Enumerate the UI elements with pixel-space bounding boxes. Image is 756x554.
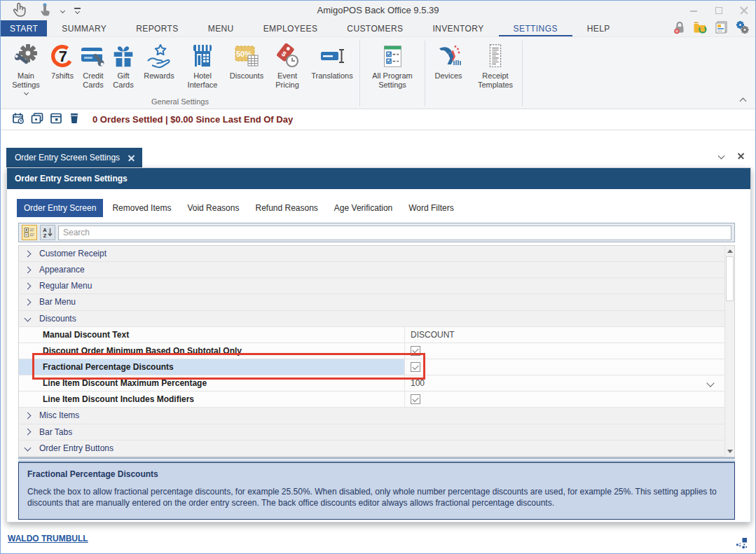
scroll-up-icon[interactable]	[727, 249, 733, 253]
tab-close-icon[interactable]	[128, 155, 135, 161]
menu-bar: START SUMMARY REPORTS MENU EMPLOYEES CUS…	[1, 20, 755, 37]
grid-row-line-item-discount-modifiers[interactable]: Line Item Discount Includes Modifiers	[19, 392, 724, 408]
gift-icon	[110, 41, 137, 71]
ribbon-devices[interactable]: Devices	[427, 41, 470, 81]
menu-right-icons	[673, 20, 755, 36]
grid-category-bar-tabs[interactable]: Bar Tabs	[19, 424, 724, 441]
beverage-icon[interactable]	[69, 112, 80, 127]
line-item-max-percentage-value[interactable]: 100	[405, 375, 724, 391]
title-bar: AmigoPOS Back Office 9.5.39	[1, 1, 755, 20]
receipt-icon	[482, 41, 509, 71]
ribbon-credit-cards[interactable]: Credit Cards	[78, 41, 109, 90]
grid-category-order-entry-buttons[interactable]: Order Entry Buttons	[19, 441, 724, 457]
tab-void-reasons[interactable]: Void Reasons	[180, 199, 246, 217]
ribbon-discounts[interactable]: 50% Discounts	[225, 41, 268, 81]
document-tab-strip: Order Entry Screen Settings	[1, 148, 755, 167]
tabstrip-controls	[719, 153, 744, 159]
database-backup-icon[interactable]	[693, 20, 708, 37]
ribbon-hotel-interface[interactable]: Hotel Interface	[180, 41, 225, 90]
ribbon-group-label: General Settings	[1, 97, 359, 106]
grid-category-appearance[interactable]: Appearance	[19, 262, 724, 278]
price-tag-clock-icon: $	[273, 41, 301, 71]
tab-list-chevron-icon[interactable]	[718, 153, 725, 160]
text-field-icon	[318, 41, 346, 71]
scroll-down-icon[interactable]	[727, 450, 733, 453]
menu-employees[interactable]: EMPLOYEES	[249, 20, 333, 36]
ribbon-rewards[interactable]: Rewards	[138, 41, 180, 81]
checkbox-checked[interactable]	[411, 394, 420, 404]
sort-alphabetical-button[interactable]: AZ	[40, 225, 55, 240]
categorized-view-button[interactable]	[22, 225, 37, 240]
tab-age-verification[interactable]: Age Verification	[327, 199, 399, 217]
menu-start[interactable]: START	[1, 20, 47, 36]
chevron-right-icon	[25, 429, 32, 436]
ribbon-gift-cards[interactable]: Gift Cards	[109, 41, 138, 90]
app-window: AmigoPOS Back Office 9.5.39 START SUMMAR…	[0, 0, 756, 554]
ribbon-all-program-settings[interactable]: All Program Settings	[362, 41, 423, 90]
grid-category-regular-menu[interactable]: Regular Menu	[19, 278, 724, 294]
calendar-day-icon[interactable]	[50, 112, 62, 127]
minimize-button[interactable]	[689, 6, 698, 15]
close-button[interactable]	[740, 6, 748, 15]
pixel-grid-icon[interactable]	[736, 538, 747, 551]
grid-row-manual-discount-text[interactable]: Manual Discount Text DISCOUNT	[19, 327, 724, 343]
menu-reports[interactable]: REPORTS	[121, 20, 193, 36]
menu-menu[interactable]: MENU	[193, 20, 249, 36]
vertical-scrollbar[interactable]	[724, 246, 734, 457]
dropdown-chevron-icon[interactable]	[706, 380, 714, 387]
chevron-down-icon[interactable]	[60, 8, 65, 13]
ribbon-translations[interactable]: Translations	[306, 41, 358, 81]
checkbox-checked[interactable]	[411, 362, 420, 372]
chevron-right-icon	[25, 282, 32, 289]
checkbox-checked[interactable]	[411, 346, 420, 356]
property-grid: Customer Receipt Appearance Regular Menu…	[18, 245, 735, 457]
ribbon-7shifts[interactable]: 7 7shifts	[47, 41, 78, 81]
ribbon-main-settings[interactable]: Main Settings	[5, 41, 47, 95]
close-document-icon[interactable]	[738, 153, 744, 159]
logged-in-user-link[interactable]: WALDO TRUMBULL	[8, 534, 88, 543]
search-input[interactable]	[58, 226, 731, 240]
lock-icon[interactable]	[673, 20, 687, 37]
tab-order-entry-screen[interactable]: Order Entry Screen	[17, 199, 103, 217]
grid-category-discounts[interactable]: Discounts	[19, 311, 724, 327]
document-tab-order-entry-screen-settings[interactable]: Order Entry Screen Settings	[6, 148, 142, 167]
grid-description-splitter[interactable]	[18, 457, 735, 462]
maximize-button[interactable]	[715, 6, 723, 15]
grid-category-customer-receipt[interactable]: Customer Receipt	[19, 246, 724, 262]
report-viewer-icon[interactable]	[714, 20, 729, 37]
tab-word-filters[interactable]: Word Filters	[401, 199, 460, 217]
ribbon-separator	[425, 41, 425, 106]
checklist-icon	[379, 41, 406, 71]
calendar-clock-icon[interactable]	[12, 112, 25, 127]
orders-settled-status: 0 Orders Settled | $0.00 Since Last End …	[92, 114, 293, 125]
ribbon-event-pricing[interactable]: $ Event Pricing	[268, 41, 306, 90]
services-gears-icon[interactable]	[735, 20, 750, 37]
menu-inventory[interactable]: INVENTORY	[418, 20, 498, 36]
grid-row-discount-order-minimum[interactable]: Discount Order Minimum Based On Subtotal…	[19, 343, 724, 359]
menu-summary[interactable]: SUMMARY	[47, 20, 121, 36]
chevron-right-icon	[25, 266, 32, 273]
grid-category-misc-items[interactable]: Misc Items	[19, 408, 724, 424]
menu-customers[interactable]: CUSTOMERS	[332, 20, 418, 36]
grid-category-bar-menu[interactable]: Bar Menu	[19, 294, 724, 310]
barcode-scanner-icon	[434, 41, 462, 71]
tab-refund-reasons[interactable]: Refund Reasons	[248, 199, 324, 217]
dropdown-chevron-icon	[23, 90, 28, 95]
ribbon: Main Settings 7 7shifts Credit Cards Gif…	[1, 37, 755, 109]
tab-removed-items[interactable]: Removed Items	[105, 199, 178, 217]
calendar-copy-icon[interactable]	[31, 112, 43, 127]
svg-text:7: 7	[59, 48, 67, 65]
property-grid-rows: Customer Receipt Appearance Regular Menu…	[19, 246, 724, 457]
scrollbar-thumb[interactable]	[726, 256, 734, 301]
customize-toolbar-icon[interactable]	[74, 8, 81, 13]
status-bar: 0 Orders Settled | $0.00 Since Last End …	[1, 109, 755, 130]
ribbon-receipt-templates[interactable]: Receipt Templates	[470, 41, 521, 90]
menu-settings[interactable]: SETTINGS	[499, 20, 572, 36]
grid-row-line-item-discount-maximum[interactable]: Line Item Discount Maximum Percentage 10…	[19, 375, 724, 392]
svg-text:Z: Z	[43, 233, 47, 238]
menu-help[interactable]: HELP	[572, 20, 625, 36]
grid-row-fractional-percentage-discounts[interactable]: Fractional Percentage Discounts	[19, 359, 724, 375]
window-controls	[689, 1, 748, 20]
touch-settings-icon[interactable]	[39, 2, 51, 19]
manual-discount-text-value[interactable]: DISCOUNT	[405, 327, 724, 342]
